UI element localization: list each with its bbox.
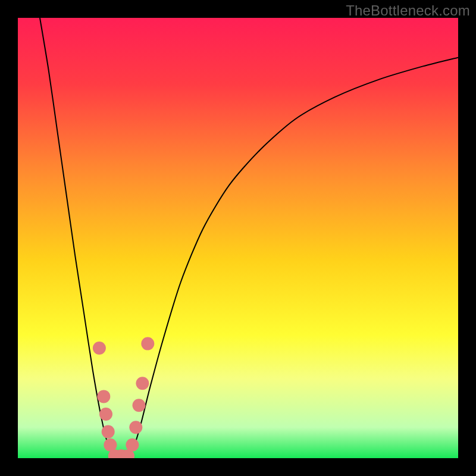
- dip-marker: [129, 421, 142, 434]
- chart-plot: [18, 18, 458, 458]
- gradient-background: [18, 18, 458, 458]
- dip-marker: [126, 439, 139, 452]
- dip-marker: [136, 377, 149, 390]
- watermark-text: TheBottleneck.com: [346, 2, 470, 19]
- dip-marker: [93, 342, 106, 355]
- dip-marker: [97, 390, 110, 403]
- dip-marker: [99, 408, 112, 421]
- dip-marker: [133, 399, 146, 412]
- dip-marker: [141, 337, 154, 350]
- dip-marker: [102, 425, 115, 439]
- outer-frame: TheBottleneck.com: [0, 0, 476, 476]
